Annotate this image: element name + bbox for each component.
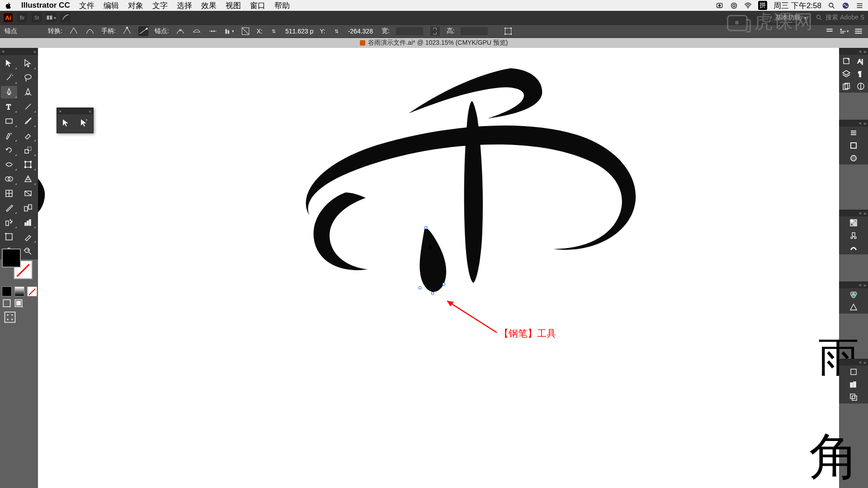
mesh-tool[interactable] (1, 187, 17, 200)
symbol-sprayer-tool[interactable] (1, 216, 17, 229)
magic-wand-tool[interactable] (1, 71, 17, 84)
rp2-expand-icon[interactable]: » (863, 121, 866, 126)
screen-mode-icon[interactable] (14, 298, 24, 308)
layers-icon[interactable] (839, 67, 854, 80)
cc-cloud-icon[interactable] (730, 2, 738, 9)
appearance-icon[interactable] (839, 152, 868, 164)
eyedropper-tool[interactable] (1, 202, 17, 214)
toolbox-collapse-icon[interactable]: « (33, 49, 36, 54)
stock-button[interactable]: St (32, 13, 42, 23)
color-guide-icon[interactable] (839, 301, 868, 314)
anchor-handle[interactable] (431, 292, 434, 295)
rp3-expand-icon[interactable]: » (863, 211, 866, 216)
align-options-icon[interactable]: ▾ (839, 26, 849, 36)
edit-toolbar-button[interactable] (2, 311, 18, 324)
handle-hide-icon[interactable] (138, 26, 148, 36)
canvas[interactable]: 【钢笔】工具 雨 角 (38, 48, 839, 488)
spotlight-icon[interactable] (828, 2, 835, 9)
connect-anchor-icon[interactable] (192, 26, 202, 36)
float-selection-icon[interactable] (61, 118, 71, 129)
search-box[interactable]: 搜索 Adobe S (816, 14, 864, 22)
rp1-close-icon[interactable]: × (859, 49, 861, 54)
stroke-panel-icon[interactable] (839, 139, 868, 152)
align-dropdown-icon[interactable]: ▾ (224, 26, 234, 36)
convert-corner-icon[interactable] (69, 26, 79, 36)
transform-panel-icon[interactable] (839, 366, 868, 378)
fill-gradient-mode[interactable] (14, 286, 24, 296)
notification-icon[interactable] (856, 2, 863, 9)
y-stepper-icon[interactable]: ⇅ (332, 26, 342, 36)
color-panel-icon[interactable] (839, 288, 868, 301)
artboards-icon[interactable] (839, 80, 854, 93)
brushes-panel-icon[interactable] (839, 242, 868, 254)
rp3-close-icon[interactable]: × (859, 211, 861, 216)
fill-stroke-swatches[interactable] (2, 249, 36, 286)
link-wh-icon[interactable] (429, 26, 440, 37)
eraser-tool[interactable] (20, 129, 36, 142)
float-collapse-icon[interactable]: « (89, 109, 91, 114)
transform-icon[interactable] (503, 26, 513, 36)
more-options-icon[interactable] (825, 26, 835, 36)
bridge-button[interactable]: Br (17, 13, 27, 23)
perspective-tool[interactable] (20, 173, 36, 185)
menu-file[interactable]: 文件 (79, 0, 94, 11)
menu-view[interactable]: 视图 (226, 0, 241, 11)
menu-edit[interactable]: 编辑 (104, 0, 119, 11)
toolbox-close-icon[interactable]: × (2, 49, 5, 54)
glyphs-icon[interactable] (854, 80, 868, 93)
paragraph-icon[interactable]: ¶ (854, 67, 868, 80)
width-tool[interactable] (1, 158, 17, 171)
fill-swatch[interactable] (2, 249, 21, 267)
type-tool[interactable]: T (1, 100, 17, 113)
lasso-tool[interactable] (20, 71, 36, 84)
cut-path-icon[interactable] (208, 26, 218, 36)
shape-builder-tool[interactable] (1, 173, 17, 185)
line-tool[interactable] (20, 100, 36, 113)
shaper-tool[interactable] (1, 129, 17, 142)
convert-smooth-icon[interactable] (85, 26, 95, 36)
align-panel-icon[interactable] (839, 378, 868, 391)
pen-tool[interactable] (1, 86, 17, 99)
fill-none-mode[interactable] (27, 286, 37, 296)
rp5-close-icon[interactable]: × (859, 360, 861, 365)
anchor-handle[interactable] (419, 286, 421, 289)
symbols-panel-icon[interactable] (839, 229, 868, 242)
artboard-tool[interactable] (1, 230, 17, 243)
rotate-tool[interactable] (1, 144, 17, 156)
rp1-expand-icon[interactable]: » (863, 49, 866, 54)
slice-tool[interactable] (20, 230, 36, 243)
float-selection-plus-icon[interactable]: + (79, 118, 89, 129)
swap-fill-stroke-icon[interactable] (23, 248, 32, 257)
menu-object[interactable]: 对象 (128, 0, 143, 11)
draw-mode-icon[interactable] (2, 298, 12, 308)
direct-selection-tool[interactable] (20, 57, 36, 70)
float-close-icon[interactable]: × (59, 108, 61, 114)
menu-help[interactable]: 帮助 (274, 0, 290, 11)
scale-tool[interactable] (20, 144, 36, 156)
brush-pref-icon[interactable] (61, 13, 71, 23)
wifi-icon[interactable] (744, 2, 752, 9)
pathfinder-icon[interactable] (839, 391, 868, 404)
anchor-handle[interactable] (443, 283, 445, 286)
rp4-close-icon[interactable]: × (859, 282, 861, 288)
properties-icon[interactable] (839, 127, 868, 139)
handle-show-icon[interactable] (122, 26, 132, 36)
free-transform-tool[interactable] (20, 158, 36, 171)
arrange-button[interactable]: ▾ (46, 13, 56, 23)
isolate-icon[interactable] (241, 26, 250, 36)
app-name[interactable]: Illustrator CC (21, 1, 70, 10)
floating-tool-panel[interactable]: ×« + (57, 108, 94, 133)
y-value[interactable]: -264.328 (348, 28, 375, 35)
w-value[interactable] (396, 27, 423, 35)
swatches-icon[interactable] (839, 216, 868, 229)
rp4-expand-icon[interactable]: » (863, 282, 866, 288)
menu-effect[interactable]: 效果 (201, 0, 217, 11)
document-tab[interactable]: 谷雨演示文件.ai* @ 1023.15% (CMYK/GPU 预览) (0, 38, 868, 48)
menu-type[interactable]: 文字 (152, 0, 168, 11)
gradient-tool[interactable] (20, 187, 36, 200)
remove-anchor-icon[interactable] (175, 26, 185, 36)
menu-window[interactable]: 窗口 (250, 0, 265, 11)
blend-tool[interactable] (20, 202, 36, 214)
curvature-tool[interactable] (20, 86, 36, 99)
x-value[interactable]: 511.623 p (285, 28, 313, 35)
